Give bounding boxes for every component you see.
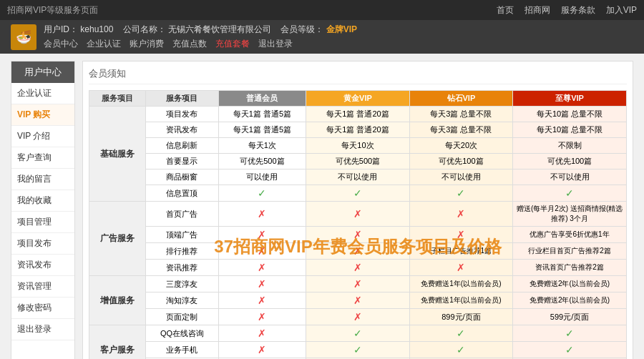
user-id-line: 用户ID： kehu100 公司名称： 无锡六肴餐饮管理有限公司 会员等级： 金… [44, 24, 633, 36]
item-refresh: 信息刷新 [146, 138, 218, 154]
diamond-top-ad: ✗ [409, 227, 512, 243]
sidebar-item-enterprise[interactable]: 企业认证 [11, 83, 74, 104]
table-row: 首要显示 可优先500篇 可优先500篇 可优先100篇 可优先100篇 [89, 154, 627, 169]
sidebar-title: 用户中心 [11, 62, 74, 83]
table-row: 信息刷新 每天1次 每天10次 每天20次 不限制 [89, 138, 627, 154]
table-row: 业务手机 ✗ ✓ ✓ ✓ [89, 342, 627, 358]
diamond-news-pub: 每天3篇 总量不限 [409, 122, 512, 138]
sidebar-item-message[interactable]: 我的留言 [11, 169, 74, 190]
supreme-top-ad: 优惠广告享受6折优惠1年 [513, 227, 627, 243]
gold-home-ad: ✗ [306, 202, 409, 227]
table-row: 页面定制 ✗ ✗ 899元/页面 599元/页面 [89, 309, 627, 325]
diamond-qq: ✓ [409, 325, 512, 342]
table-row: 增值服务 三度淳友 ✗ ✗ 免费赠送1年(以当前会员) 免费赠送2年(以当前会员… [89, 276, 627, 292]
supreme-sandu: 免费赠送2年(以当前会员) [513, 276, 627, 292]
vip-table-wrap: 37招商网VIP年费会员服务项目及价格 服务项目 服务项目 普通会员 黄金VIP… [89, 90, 627, 359]
gold-refresh: 每天10次 [306, 138, 409, 154]
sidebar-item-project-mgr[interactable]: 项目管理 [11, 212, 74, 233]
nav-join[interactable]: 加入VIP [606, 4, 637, 16]
avatar: 🍜 [11, 24, 36, 50]
nav-home[interactable]: 首页 [497, 4, 514, 16]
diamond-refresh: 每天20次 [409, 138, 512, 154]
sidebar-item-logout[interactable]: 退出登录 [11, 319, 74, 340]
gold-sandu: ✗ [306, 276, 409, 292]
table-row: 信息置顶 ✓ ✓ ✓ ✓ [89, 185, 627, 202]
company-label: 公司名称： [123, 24, 166, 34]
th-gold: 黄金VIP [306, 91, 409, 107]
gold-qq: ✓ [306, 325, 409, 342]
nav-charge-package[interactable]: 充值套餐 [215, 38, 250, 50]
gold-showcase: 不可以使用 [306, 169, 409, 185]
user-nav: 会员中心 企业认证 账户消费 充值点数 充值套餐 退出登录 [44, 38, 633, 50]
normal-page-custom: ✗ [218, 309, 306, 325]
table-row: 顶端广告 ✗ ✗ ✗ 优惠广告享受6折优惠1年 [89, 227, 627, 243]
nav-account[interactable]: 账户消费 [130, 38, 164, 50]
normal-rank: ✗ [218, 243, 306, 260]
item-news-pub: 资讯发布 [146, 122, 218, 138]
gold-phone: ✓ [306, 342, 409, 358]
gold-taozhi: ✗ [306, 292, 409, 309]
normal-news-pub: 每天1篇 普通5篇 [218, 122, 306, 138]
nav-enterprise-cert[interactable]: 企业认证 [87, 38, 121, 50]
normal-qq: ✗ [218, 325, 306, 342]
sidebar-item-vip-buy[interactable]: VIP 购买 [11, 104, 74, 126]
supreme-page-custom: 599元/页面 [513, 309, 627, 325]
nav-member-center[interactable]: 会员中心 [44, 38, 78, 50]
supreme-priority: 可优先100篇 [513, 154, 627, 169]
item-page-custom: 页面定制 [146, 309, 218, 325]
th-service: 服务项目 [89, 91, 146, 107]
supreme-news-pub: 每天10篇 总量不限 [513, 122, 627, 138]
content-area: 会员须知 37招商网VIP年费会员服务项目及价格 服务项目 服务项目 普通会员 … [82, 61, 633, 359]
sidebar-item-vip-intro[interactable]: VIP 介绍 [11, 126, 74, 147]
item-project-pub: 项目发布 [146, 107, 218, 122]
gold-project-pub: 每天1篇 普通20篇 [306, 107, 409, 122]
table-row: 淘知淳友 ✗ ✗ 免费赠送1年(以当前会员) 免费赠送2年(以当前会员) [89, 292, 627, 309]
supreme-refresh: 不限制 [513, 138, 627, 154]
user-id-label: 用户ID： [44, 24, 78, 34]
sidebar-item-collect[interactable]: 我的收藏 [11, 190, 74, 212]
th-supreme: 至尊VIP [513, 91, 627, 107]
normal-showcase: 可以使用 [218, 169, 306, 185]
th-normal: 普通会员 [218, 91, 306, 107]
supreme-news-rec: 资讯首页广告推荐2篇 [513, 260, 627, 276]
nav-zhaoshang[interactable]: 招商网 [525, 4, 550, 16]
normal-top: ✓ [218, 185, 306, 202]
sidebar-item-change-pwd[interactable]: 修改密码 [11, 297, 74, 319]
cat-customer: 客户服务 [89, 325, 146, 360]
gold-news-rec: ✗ [306, 260, 409, 276]
main-container: 用户中心 企业认证 VIP 购买 VIP 介绍 客户查询 我的留言 我的收藏 项… [0, 54, 644, 359]
supreme-qq: ✓ [513, 325, 627, 342]
item-taozhi: 淘知淳友 [146, 292, 218, 309]
supreme-phone: ✓ [513, 342, 627, 358]
table-row: 客户服务 QQ在线咨询 ✗ ✓ ✓ ✓ [89, 325, 627, 342]
sidebar-item-project-pub[interactable]: 项目发布 [11, 233, 74, 255]
sidebar-item-news-mgr[interactable]: 资讯管理 [11, 276, 74, 297]
normal-sandu: ✗ [218, 276, 306, 292]
gold-rank: ✗ [306, 243, 409, 260]
table-row: 排行推荐 ✗ ✗ 子栏目广告推荐1篇 行业栏目首页广告推荐2篇 [89, 243, 627, 260]
th-item: 服务项目 [146, 91, 218, 107]
item-priority: 首要显示 [146, 154, 218, 169]
item-sandu: 三度淳友 [146, 276, 218, 292]
supreme-showcase: 不可以使用 [513, 169, 627, 185]
gold-priority: 可优先500篇 [306, 154, 409, 169]
sidebar-item-customer[interactable]: 客户查询 [11, 147, 74, 169]
normal-project-pub: 每天1篇 普通5篇 [218, 107, 306, 122]
gold-page-custom: ✗ [306, 309, 409, 325]
sidebar: 用户中心 企业认证 VIP 购买 VIP 介绍 客户查询 我的留言 我的收藏 项… [11, 61, 75, 359]
nav-logout[interactable]: 退出登录 [258, 38, 293, 50]
diamond-rank: 子栏目广告推荐1篇 [409, 243, 512, 260]
diamond-top: ✓ [409, 185, 512, 202]
gold-top: ✓ [306, 185, 409, 202]
gold-news-pub: 每天1篇 普通20篇 [306, 122, 409, 138]
normal-phone: ✗ [218, 342, 306, 358]
table-row: 基础服务 项目发布 每天1篇 普通5篇 每天1篇 普通20篇 每天3篇 总量不限… [89, 107, 627, 122]
breadcrumb: 会员须知 [89, 67, 627, 84]
normal-refresh: 每天1次 [218, 138, 306, 154]
sidebar-item-news-pub[interactable]: 资讯发布 [11, 255, 74, 276]
header-nav: 首页 招商网 服务条款 加入VIP [497, 4, 637, 16]
diamond-project-pub: 每天3篇 总量不限 [409, 107, 512, 122]
nav-charge-points[interactable]: 充值点数 [172, 38, 207, 50]
supreme-taozhi: 免费赠送2年(以当前会员) [513, 292, 627, 309]
nav-service[interactable]: 服务条款 [561, 4, 595, 16]
